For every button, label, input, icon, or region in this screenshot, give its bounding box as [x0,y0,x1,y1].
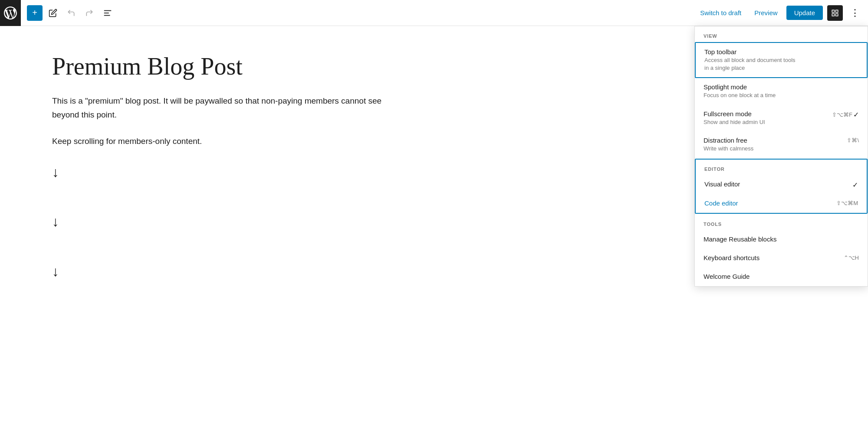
arrow-down-2: ↓ [52,210,382,233]
spotlight-desc: Focus on one block at a time [704,91,859,99]
manage-reusable-option[interactable]: Manage Reusable blocks [695,230,868,249]
fullscreen-checkmark: ✓ [853,111,859,119]
toolbar-left: + [5,0,696,26]
arrow-down-3: ↓ [52,260,382,283]
code-editor-content: Code editor [704,199,832,208]
post-body: This is a "premium" blog post. It will b… [52,94,382,283]
distraction-free-option[interactable]: Distraction free Write with calmness ⇧⌘\ [695,131,868,158]
code-editor-shortcut: ⇧⌥⌘M [836,199,858,206]
options-dropdown: VIEW Top toolbar Access all block and do… [694,26,868,287]
redo-button[interactable] [82,5,97,21]
settings-button[interactable] [827,5,843,21]
distraction-free-desc: Write with calmness [704,145,842,153]
code-editor-title: Code editor [704,199,832,207]
spotlight-mode-option[interactable]: Spotlight mode Focus on one block at a t… [695,78,868,104]
welcome-guide-content: Welcome Guide [704,273,859,281]
edit-icon-button[interactable] [45,5,61,21]
svg-rect-3 [832,10,834,12]
fullscreen-content: Fullscreen mode Show and hide admin UI [704,110,828,126]
wp-logo[interactable] [0,0,21,26]
keyboard-shortcuts-title: Keyboard shortcuts [704,254,839,261]
toolbar-right: Switch to draft Preview Update ⋮ [696,5,863,21]
top-toolbar-title: Top toolbar [704,48,858,55]
welcome-guide-title: Welcome Guide [704,273,859,280]
add-block-button[interactable]: + [27,5,43,21]
manage-reusable-title: Manage Reusable blocks [704,235,859,243]
top-toolbar-content: Top toolbar Access all block and documen… [704,48,858,72]
spotlight-content: Spotlight mode Focus on one block at a t… [704,83,859,99]
distraction-free-title: Distraction free [704,137,842,144]
keyboard-shortcuts-content: Keyboard shortcuts [704,254,839,262]
undo-button[interactable] [63,5,79,21]
arrow-down-1: ↓ [52,160,382,184]
welcome-guide-option[interactable]: Welcome Guide [695,268,868,286]
tools-section-label: TOOLS [695,215,868,230]
svg-rect-4 [836,10,838,12]
spotlight-title: Spotlight mode [704,83,859,91]
fullscreen-desc: Show and hide admin UI [704,118,828,126]
distraction-free-shortcut: ⇧⌘\ [847,137,859,144]
editor-section-box: EDITOR Visual editor ✓ Code editor ⇧⌥⌘M [695,159,868,214]
toolbar: + [0,0,868,26]
distraction-free-content: Distraction free Write with calmness [704,137,842,153]
visual-editor-title: Visual editor [704,180,848,188]
paragraph-2[interactable]: Keep scrolling for members-only content. [52,134,382,148]
fullscreen-mode-option[interactable]: Fullscreen mode Show and hide admin UI ⇧… [695,105,868,131]
svg-rect-5 [836,13,838,16]
code-editor-option[interactable]: Code editor ⇧⌥⌘M [696,194,867,213]
keyboard-shortcuts-option[interactable]: Keyboard shortcuts ⌃⌥H [695,249,868,268]
view-section-label: VIEW [695,26,868,42]
more-options-button[interactable]: ⋮ [847,5,863,21]
switch-to-draft-button[interactable]: Switch to draft [696,7,746,19]
top-toolbar-desc: Access all block and document tools in a… [704,56,858,72]
visual-editor-option[interactable]: Visual editor ✓ [696,175,867,194]
update-button[interactable]: Update [786,6,823,20]
top-toolbar-option[interactable]: Top toolbar Access all block and documen… [695,42,868,78]
preview-button[interactable]: Preview [750,7,782,19]
paragraph-1[interactable]: This is a "premium" blog post. It will b… [52,94,382,122]
visual-editor-checkmark: ✓ [852,180,858,189]
editor-section-label: EDITOR [696,160,867,175]
main-content: Premium Blog Post This is a "premium" bl… [0,26,868,434]
fullscreen-shortcut: ⇧⌥⌘F ✓ [832,110,859,119]
visual-editor-content: Visual editor [704,180,848,189]
manage-reusable-content: Manage Reusable blocks [704,235,859,244]
svg-rect-6 [832,13,834,16]
document-overview-button[interactable] [100,5,115,21]
fullscreen-title: Fullscreen mode [704,110,828,117]
keyboard-shortcuts-shortcut: ⌃⌥H [844,254,859,261]
